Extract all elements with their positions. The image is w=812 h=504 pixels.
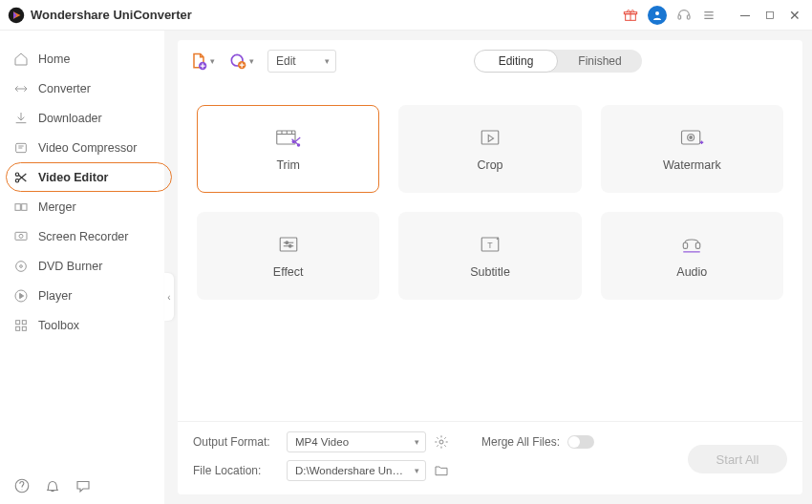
maximize-button[interactable] — [760, 6, 780, 25]
disc-icon — [13, 259, 29, 274]
tile-label: Crop — [477, 158, 502, 172]
sidebar-item-label: Video Compressor — [38, 141, 137, 155]
sidebar: Home Converter Downloader Video Compress… — [0, 31, 164, 504]
play-icon — [13, 288, 29, 304]
svg-rect-21 — [16, 320, 20, 324]
tile-label: Effect — [273, 265, 304, 279]
svg-rect-47 — [684, 242, 688, 248]
svg-rect-40 — [280, 238, 297, 251]
merge-label: Merge All Files: — [481, 435, 560, 449]
avatar[interactable] — [648, 6, 667, 25]
svg-rect-5 — [678, 15, 681, 19]
tile-label: Subtitle — [470, 265, 510, 279]
svg-point-43 — [286, 242, 288, 244]
svg-rect-23 — [16, 326, 20, 330]
edit-dropdown[interactable]: Edit — [267, 50, 336, 73]
tile-trim[interactable]: Trim — [197, 105, 379, 193]
sidebar-item-label: Screen Recorder — [38, 230, 129, 243]
add-folder-button[interactable]: ▾ — [228, 52, 254, 71]
tab-finished[interactable]: Finished — [558, 50, 642, 73]
menu-icon[interactable] — [701, 8, 716, 23]
sidebar-item-compressor[interactable]: Video Compressor — [0, 133, 164, 162]
editor-tiles: Trim Crop Watermark Effect T Subtitle Au… — [178, 82, 802, 323]
output-format-select[interactable]: MP4 Video — [287, 431, 426, 452]
sidebar-item-label: Home — [38, 52, 70, 66]
folder-icon[interactable] — [434, 463, 449, 478]
svg-point-17 — [19, 234, 23, 238]
svg-point-50 — [439, 440, 443, 444]
svg-rect-16 — [15, 232, 27, 240]
sidebar-item-label: Toolbox — [38, 319, 79, 332]
sidebar-item-label: Player — [38, 289, 72, 303]
merge-icon — [13, 200, 29, 215]
output-format-label: Output Format: — [193, 435, 279, 449]
sidebar-item-video-editor[interactable]: Video Editor — [0, 162, 164, 192]
app-logo — [8, 7, 25, 24]
sidebar-item-downloader[interactable]: Downloader — [0, 103, 164, 133]
svg-text:T: T — [487, 241, 493, 250]
sidebar-item-label: Merger — [38, 200, 76, 214]
bell-icon[interactable] — [44, 477, 61, 494]
watermark-icon — [678, 126, 705, 149]
svg-rect-36 — [481, 131, 499, 144]
svg-rect-48 — [696, 242, 700, 248]
file-location-label: File Location: — [193, 464, 279, 477]
tab-editing[interactable]: Editing — [474, 50, 558, 73]
home-icon — [13, 52, 29, 67]
sidebar-item-dvd-burner[interactable]: DVD Burner — [0, 251, 164, 281]
settings-icon[interactable] — [434, 434, 449, 450]
toolbar: ▾ ▾ Edit Editing Finished — [178, 40, 802, 82]
download-icon — [13, 111, 29, 126]
file-location-select[interactable]: D:\Wondershare UniConverter 1 — [287, 460, 426, 481]
tile-crop[interactable]: Crop — [398, 105, 581, 193]
converter-icon — [13, 81, 29, 96]
main-panel: ▾ ▾ Edit Editing Finished Trim Crop Wate… — [178, 40, 802, 494]
sidebar-item-screen-recorder[interactable]: Screen Recorder — [0, 221, 164, 251]
toolbox-icon — [13, 318, 29, 333]
audio-icon — [678, 233, 705, 256]
tile-subtitle[interactable]: T Subtitle — [398, 212, 581, 300]
sidebar-item-label: Downloader — [38, 112, 102, 125]
record-icon — [13, 229, 29, 244]
support-icon[interactable] — [676, 8, 692, 23]
minimize-button[interactable]: ─ — [736, 6, 755, 25]
app-title: Wondershare UniConverter — [31, 8, 192, 22]
tile-label: Trim — [276, 158, 300, 172]
tile-label: Watermark — [663, 158, 721, 172]
status-tabs: Editing Finished — [474, 50, 642, 73]
start-all-button[interactable]: Start All — [688, 445, 787, 473]
svg-rect-24 — [22, 326, 26, 330]
titlebar: Wondershare UniConverter ─ ✕ — [0, 0, 812, 31]
effect-icon — [275, 233, 302, 256]
svg-rect-22 — [22, 320, 26, 324]
svg-point-44 — [288, 244, 291, 247]
tile-label: Audio — [676, 265, 707, 279]
merge-toggle[interactable] — [567, 435, 594, 449]
sidebar-item-player[interactable]: Player — [0, 281, 164, 310]
sidebar-item-merger[interactable]: Merger — [0, 192, 164, 221]
sidebar-item-label: Video Editor — [38, 171, 108, 184]
tile-effect[interactable]: Effect — [197, 212, 379, 300]
tile-watermark[interactable]: Watermark — [601, 105, 783, 193]
tile-audio[interactable]: Audio — [601, 212, 783, 300]
svg-point-4 — [655, 11, 659, 15]
help-icon[interactable] — [13, 477, 31, 494]
svg-rect-10 — [767, 11, 774, 18]
sidebar-item-converter[interactable]: Converter — [0, 74, 164, 103]
svg-rect-14 — [15, 203, 20, 210]
sidebar-item-toolbox[interactable]: Toolbox — [0, 310, 164, 340]
svg-point-39 — [690, 136, 693, 139]
scissors-icon — [13, 170, 29, 185]
gift-icon[interactable] — [623, 8, 638, 23]
subtitle-icon: T — [477, 233, 503, 256]
sidebar-item-label: DVD Burner — [38, 260, 102, 273]
trim-icon — [275, 126, 302, 149]
svg-point-18 — [16, 261, 27, 271]
sidebar-collapse-handle[interactable]: ‹ — [164, 273, 174, 321]
svg-rect-15 — [22, 203, 27, 210]
add-file-button[interactable]: ▾ — [189, 52, 215, 71]
feedback-icon[interactable] — [75, 477, 92, 494]
sidebar-item-home[interactable]: Home — [0, 44, 164, 74]
close-button[interactable]: ✕ — [785, 6, 804, 25]
sidebar-item-label: Converter — [38, 82, 91, 95]
